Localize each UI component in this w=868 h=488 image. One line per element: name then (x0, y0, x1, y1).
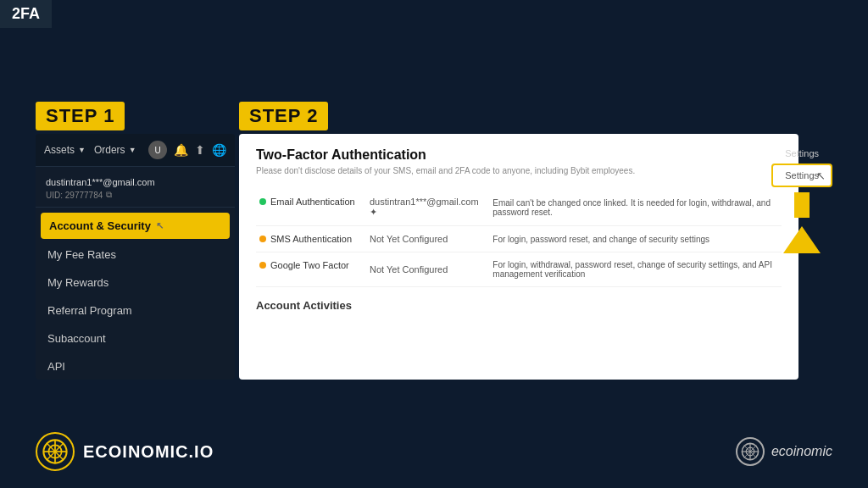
settings-panel: Settings Settings ↖ (771, 148, 832, 253)
google-auth-desc: For login, withdrawal, password reset, c… (489, 252, 782, 287)
nav-icons: U 🔔 ⬆ 🌐 (148, 141, 226, 159)
user-email: dustintran1***@gmail.com (46, 177, 225, 187)
main-subtitle: Please don't disclose details of your SM… (256, 166, 782, 175)
cursor-icon: ↖ (816, 169, 826, 182)
nav-orders[interactable]: Orders ▼ (94, 144, 136, 156)
main-panel: Two-Factor Authentication Please don't d… (239, 134, 798, 380)
logo-icon-center (736, 437, 765, 466)
sidebar-item-account-security[interactable]: Account & Security ↖ (41, 213, 230, 239)
globe-icon[interactable]: 🌐 (212, 143, 226, 157)
avatar-icon[interactable]: U (148, 141, 167, 159)
status-dot-sms (259, 236, 266, 242)
auth-table: Email Authentication dustintran1***@gmai… (256, 189, 782, 287)
email-auth-value: dustintran1***@gmail.com ✦ (366, 189, 489, 226)
step1-label: STEP 1 (36, 102, 125, 130)
google-auth-label: Google Two Factor (270, 260, 349, 270)
copy-icon[interactable]: ⧉ (106, 190, 112, 200)
status-dot-email (259, 198, 266, 205)
sidebar-item-my-fee-rates[interactable]: My Fee Rates (36, 241, 235, 269)
sms-auth-label: SMS Authentication (270, 234, 352, 244)
logo-center: ecoinomic (736, 437, 832, 466)
logo-left: ECOINOMIC.IO (36, 432, 214, 471)
2fa-label: 2FA (12, 5, 40, 22)
sms-auth-desc: For login, password reset, and change of… (489, 226, 782, 252)
sidebar-item-api[interactable]: API (36, 352, 235, 380)
nav-assets[interactable]: Assets ▼ (44, 144, 86, 156)
menu-items: Account & Security ↖ My Fee Rates My Rew… (36, 208, 235, 380)
status-dot-google (259, 262, 266, 269)
email-auth-desc: Email can't be changed once linked. It i… (489, 189, 782, 226)
user-info: dustintran1***@gmail.com UID: 29777784 ⧉ (36, 167, 235, 208)
upload-icon[interactable]: ⬆ (195, 143, 205, 157)
sidebar-item-subaccount[interactable]: Subaccount (36, 324, 235, 352)
bell-icon[interactable]: 🔔 (174, 143, 188, 157)
logo-name-left: ECOINOMIC.IO (83, 442, 214, 462)
account-activities-label: Account Activities (256, 299, 782, 312)
sidebar-item-my-rewards[interactable]: My Rewards (36, 269, 235, 297)
sidebar-nav: Assets ▼ Orders ▼ U 🔔 ⬆ 🌐 (36, 134, 235, 167)
sms-auth-value: Not Yet Configured (366, 226, 489, 252)
arrow-up-indicator (783, 192, 821, 253)
sidebar: Assets ▼ Orders ▼ U 🔔 ⬆ 🌐 dustintran1***… (36, 134, 235, 380)
user-uid: UID: 29777784 ⧉ (46, 190, 225, 200)
table-row: Email Authentication dustintran1***@gmai… (256, 189, 782, 226)
main-title: Two-Factor Authentication (256, 147, 782, 163)
sidebar-item-referral-program[interactable]: Referral Program (36, 297, 235, 324)
step2-label: STEP 2 (239, 102, 328, 130)
bottom-bar: ECOINOMIC.IO ecoinomic (0, 432, 868, 471)
logo-icon-left (36, 432, 75, 471)
logo-name-center: ecoinomic (771, 444, 832, 459)
settings-label: Settings (785, 148, 819, 158)
settings-button[interactable]: Settings ↖ (771, 164, 832, 187)
table-row: Google Two Factor Not Yet Configured For… (256, 252, 782, 287)
google-auth-value: Not Yet Configured (366, 252, 489, 287)
email-auth-label: Email Authentication (270, 197, 355, 207)
2fa-badge: 2FA (0, 0, 52, 28)
cursor-icon: ↖ (156, 220, 164, 231)
table-row: SMS Authentication Not Yet Configured Fo… (256, 226, 782, 252)
